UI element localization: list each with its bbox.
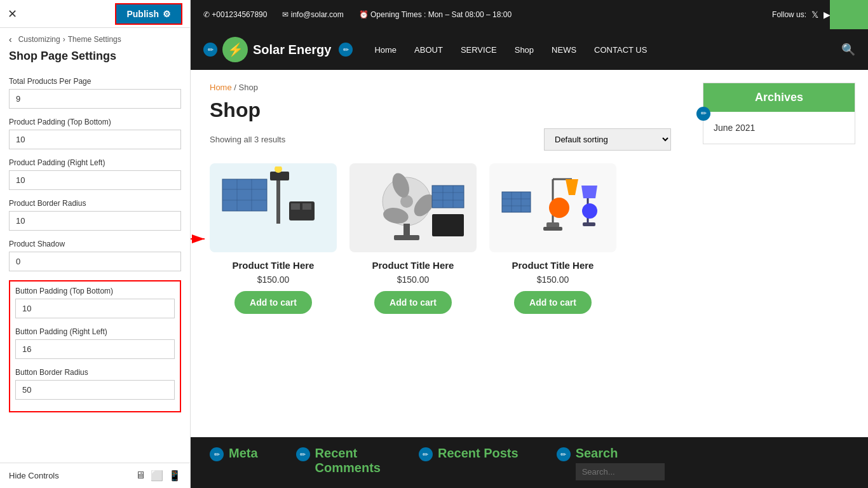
product-card-2: Product Title Here $150.00 Add to cart [349,163,477,314]
solar-product-svg [216,166,330,249]
nav-home[interactable]: Home [365,29,405,70]
top-bar: ✕ Publish ⚙ [0,0,190,28]
shop-breadcrumb: Home / Shop [210,83,671,92]
archives-body: June 2021 [703,112,855,144]
opening-times: ⏰ Opening Times : Mon – Sat 08:00 – 18:0… [359,10,512,19]
highlighted-controls-group: Button Padding (Top Bottom) Button Paddi… [9,280,181,412]
control-btn-padding-tb: Button Padding (Top Bottom) [15,287,175,318]
follow-us-label: Follow us: [772,10,806,19]
svg-point-39 [582,203,597,219]
fan-product-svg [356,166,470,249]
control-btn-padding-rl: Button Padding (Right Left) [15,327,175,359]
nav-about[interactable]: ABOUT [405,29,452,70]
control-shadow: Product Shadow [9,240,181,271]
breadcrumb-shop: Shop [239,83,258,92]
nav-bar: ✏ ⚡ Solar Energy ✏ Home ABOUT SERVICE Sh… [191,29,868,70]
mobile-icon[interactable]: 📱 [168,470,181,482]
green-accent-bar [830,0,868,29]
tablet-icon[interactable]: ⬜ [151,470,163,482]
footer-meta-title: Meta [229,446,258,461]
footer-posts-section: ✏ Recent Posts [419,446,519,461]
ctrl-label-total-products: Total Products Per Page [9,77,181,86]
ctrl-label-padding-tb: Product Padding (Top Bottom) [9,118,181,126]
svg-rect-40 [583,222,595,226]
shop-main: Home / Shop Shop Showing all 3 results D… [191,70,690,437]
input-total-products[interactable] [9,89,181,109]
svg-marker-33 [566,179,578,195]
svg-rect-2 [222,179,267,211]
customizer-panel: ✕ Publish ⚙ ‹ Customizing › Theme Settin… [0,0,191,488]
footer-meta-section: ✏ Meta [210,446,258,461]
archives-edit-icon[interactable]: ✏ [696,107,710,121]
sort-select[interactable]: Default sorting Sort by popularity Sort … [544,128,671,151]
input-border-radius[interactable] [9,211,181,231]
input-btn-padding-rl[interactable] [15,339,175,359]
nav-links: Home ABOUT SERVICE Shop NEWS CONTACT US [365,29,841,70]
content-area: Home / Shop Shop Showing all 3 results D… [191,70,868,437]
desktop-icon[interactable]: 🖥 [135,470,146,482]
controls-area: Total Products Per Page Product Padding … [0,71,190,463]
nav-news[interactable]: NEWS [543,29,585,70]
ctrl-label-btn-border-radius: Button Border Radius [15,368,175,377]
shop-title: Shop [210,98,671,122]
ctrl-label-padding-rl: Product Padding (Right Left) [9,158,181,167]
publish-label: Publish [126,9,159,19]
twitter-icon[interactable]: 𝕏 [811,10,818,20]
archives-june-2021[interactable]: June 2021 [714,123,755,133]
nav-service[interactable]: SERVICE [452,29,506,70]
breadcrumb-sep: / [234,83,238,92]
add-to-cart-btn-3[interactable]: Add to cart [514,291,592,314]
control-btn-border-radius: Button Border Radius [15,368,175,400]
input-padding-tb[interactable] [9,130,181,149]
svg-rect-26 [502,192,531,212]
footer-comments-edit-icon[interactable]: ✏ [296,447,310,461]
breadcrumb-separator: › [63,35,65,44]
product-image-1 [210,163,337,252]
back-arrow-icon[interactable]: ‹ [9,34,12,44]
breadcrumb-current: Theme Settings [68,35,121,44]
ctrl-label-shadow: Product Shadow [9,240,181,248]
shop-meta: Showing all 3 results Default sorting So… [210,128,671,151]
footer-meta-edit-icon[interactable]: ✏ [210,447,224,461]
device-icons: 🖥 ⬜ 📱 [135,470,181,482]
publish-button[interactable]: Publish ⚙ [115,3,182,25]
breadcrumb-section: ‹ Customizing › Theme Settings [0,28,190,47]
close-icon[interactable]: ✕ [8,7,17,21]
logo-area: ✏ ⚡ Solar Energy ✏ [203,37,353,62]
footer-posts-title: Recent Posts [438,446,519,461]
footer-comments-titles: Recent Comments [315,446,381,475]
input-btn-padding-tb[interactable] [15,299,175,318]
nav-contact[interactable]: CONTACT US [585,29,656,70]
svg-marker-38 [581,186,597,198]
svg-rect-20 [432,186,464,208]
product-title-2: Product Title Here [372,260,454,271]
footer-search-title: Search [576,446,618,460]
svg-rect-25 [432,214,464,236]
svg-rect-18 [403,224,410,236]
input-btn-border-radius[interactable] [15,380,175,400]
product-price-2: $150.00 [397,274,430,285]
add-to-cart-btn-1[interactable]: Add to cart [234,291,312,314]
showing-results: Showing all 3 results [210,135,285,144]
control-padding-right-left: Product Padding (Right Left) [9,158,181,190]
lamp-product-svg [496,166,610,249]
footer-comments-label: Comments [315,461,381,475]
add-to-cart-btn-2[interactable]: Add to cart [374,291,452,314]
input-padding-rl[interactable] [9,170,181,190]
phone-info: ✆ +001234567890 [203,10,267,19]
ctrl-label-btn-padding-tb: Button Padding (Top Bottom) [15,287,175,295]
hide-controls-bar[interactable]: Hide Controls 🖥 ⬜ 📱 [0,463,190,488]
breadcrumb-home[interactable]: Home [210,83,232,92]
search-icon[interactable]: 🔍 [841,43,855,57]
footer-posts-edit-icon[interactable]: ✏ [419,447,433,461]
input-shadow[interactable] [9,252,181,271]
nav-shop[interactable]: Shop [506,29,543,70]
logo-edit-icon-right[interactable]: ✏ [339,43,353,57]
logo-edit-icon-left[interactable]: ✏ [203,43,217,57]
footer-search-input[interactable] [576,463,665,480]
control-total-products: Total Products Per Page [9,77,181,109]
footer-comments-section: ✏ Recent Comments [296,446,381,475]
page-title: Shop Page Settings [0,47,190,71]
footer-search-edit-icon[interactable]: ✏ [557,447,571,461]
gear-icon: ⚙ [163,9,171,19]
